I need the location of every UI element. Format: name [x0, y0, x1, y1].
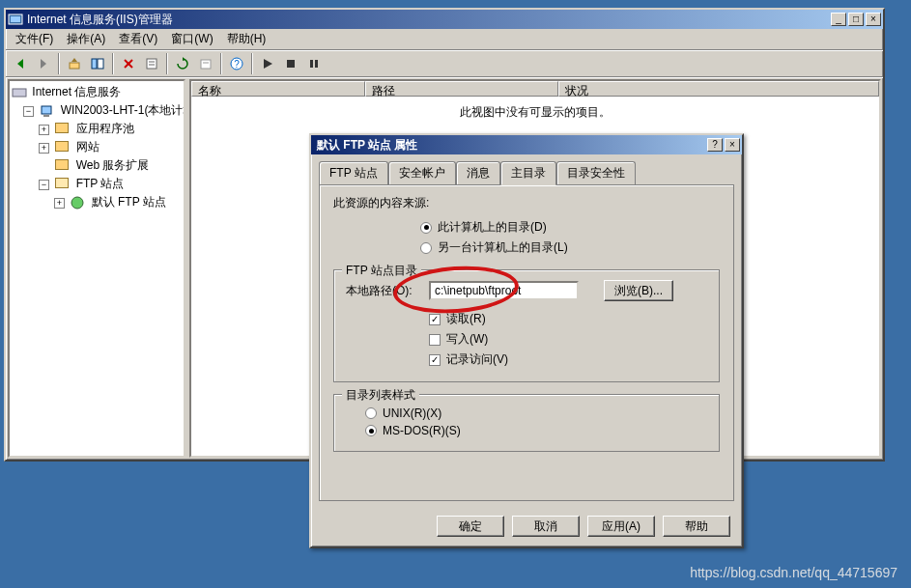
svg-rect-14: [201, 60, 211, 69]
delete-button[interactable]: [118, 53, 139, 74]
computer-icon: [40, 104, 55, 118]
tree-server-label: WIN2003-LHT-1(本地计算机): [61, 103, 185, 117]
folder-icon: [55, 123, 71, 136]
col-name[interactable]: 名称: [191, 81, 365, 97]
help-icon[interactable]: ?: [226, 53, 247, 74]
toolbar: ?: [6, 50, 883, 77]
group-listing-style: 目录列表样式 UNIX(R)(X) MS-DOS(R)(S): [333, 394, 720, 452]
group-legend: FTP 站点目录: [342, 263, 421, 279]
col-path[interactable]: 路径: [365, 81, 558, 97]
expand-icon[interactable]: −: [39, 180, 49, 190]
check-log-label: 记录访问(V): [446, 351, 508, 368]
pause-button[interactable]: [303, 53, 325, 74]
tree-root-label: Internet 信息服务: [32, 85, 121, 98]
check-write-label: 写入(W): [446, 331, 488, 348]
radio-remote-dir[interactable]: 另一台计算机上的目录(L): [420, 238, 720, 258]
group-ftp-directory: FTP 站点目录 本地路径(O): c:\inetpub\ftproot 浏览(…: [333, 269, 720, 382]
svg-point-25: [71, 197, 83, 209]
menu-view[interactable]: 查看(V): [113, 29, 163, 49]
local-path-label: 本地路径(O):: [346, 283, 423, 299]
expand-icon[interactable]: −: [23, 106, 34, 117]
expand-icon[interactable]: +: [39, 125, 49, 135]
empty-message: 此视图中没有可显示的项目。: [460, 105, 611, 119]
forward-button[interactable]: [33, 53, 54, 74]
expand-icon[interactable]: +: [39, 143, 49, 154]
check-read-label: 读取(R): [446, 311, 486, 327]
back-button[interactable]: [10, 53, 31, 74]
col-status[interactable]: 状况: [558, 81, 879, 97]
expand-icon[interactable]: +: [54, 198, 65, 209]
close-button[interactable]: ×: [866, 13, 881, 26]
show-panel-button[interactable]: [87, 53, 108, 74]
export-button[interactable]: [195, 53, 216, 74]
svg-rect-10: [147, 59, 157, 69]
svg-marker-3: [41, 59, 46, 69]
help-button[interactable]: 帮助: [663, 516, 730, 537]
radio-local-dir[interactable]: 此计算机上的目录(D): [420, 217, 720, 238]
checkbox-icon: ✓: [429, 354, 441, 366]
svg-marker-5: [71, 58, 77, 62]
minimize-button[interactable]: _: [831, 13, 846, 26]
menu-help[interactable]: 帮助(H): [221, 29, 272, 49]
check-write[interactable]: 写入(W): [429, 329, 707, 350]
tree-default-ftp[interactable]: + 默认 FTP 站点: [12, 193, 182, 211]
list-header: 名称 路径 状况: [189, 79, 881, 97]
tree-app-pools[interactable]: + 应用程序池: [12, 120, 182, 138]
tab-security-accounts[interactable]: 安全帐户: [388, 161, 456, 185]
tree-sites[interactable]: + 网站: [12, 138, 182, 156]
tree-web-ext-label: Web 服务扩展: [76, 158, 150, 172]
tree-server[interactable]: − WIN2003-LHT-1(本地计算机): [12, 101, 182, 120]
svg-rect-4: [70, 63, 79, 69]
radio-icon: [365, 425, 377, 436]
radio-msdos[interactable]: MS-DOS(R)(S): [365, 422, 707, 439]
tree-web-ext[interactable]: Web 服务扩展: [12, 156, 182, 175]
cancel-button[interactable]: 取消: [512, 516, 580, 537]
svg-marker-2: [17, 59, 23, 69]
svg-rect-22: [13, 89, 26, 97]
tab-ftp-site[interactable]: FTP 站点: [319, 161, 388, 185]
svg-text:?: ?: [234, 59, 240, 70]
folder-icon: [55, 141, 71, 154]
tab-body: 此资源的内容来源: 此计算机上的目录(D) 另一台计算机上的目录(L) FTP …: [319, 184, 734, 501]
dialog-footer: 确定 取消 应用(A) 帮助: [437, 516, 730, 537]
check-read[interactable]: ✓ 读取(R): [429, 309, 707, 329]
tree-sites-label: 网站: [76, 140, 100, 154]
tree-ftp-sites[interactable]: − FTP 站点: [12, 175, 182, 193]
tree-default-ftp-label: 默认 FTP 站点: [92, 195, 166, 209]
menu-window[interactable]: 窗口(W): [165, 29, 218, 49]
stop-button[interactable]: [280, 53, 301, 74]
tree-panel[interactable]: Internet 信息服务 − WIN2003-LHT-1(本地计算机) + 应…: [8, 79, 185, 458]
apply-button[interactable]: 应用(A): [587, 516, 655, 537]
tab-dir-security[interactable]: 目录安全性: [556, 161, 636, 185]
radio-unix[interactable]: UNIX(R)(X): [365, 405, 707, 422]
main-titlebar[interactable]: Internet 信息服务(IIS)管理器 _ □ ×: [6, 10, 883, 29]
svg-rect-7: [98, 59, 103, 69]
tree-root[interactable]: Internet 信息服务: [12, 83, 182, 101]
menu-action[interactable]: 操作(A): [61, 29, 111, 49]
maximize-button[interactable]: □: [848, 13, 864, 26]
radio-remote-label: 另一台计算机上的目录(L): [438, 239, 568, 256]
properties-button[interactable]: [141, 53, 162, 74]
radio-msdos-label: MS-DOS(R)(S): [383, 424, 461, 437]
radio-icon: [420, 242, 432, 254]
menu-file[interactable]: 文件(F): [10, 29, 59, 49]
refresh-button[interactable]: [172, 53, 193, 74]
tab-messages[interactable]: 消息: [456, 161, 500, 185]
svg-rect-20: [310, 60, 313, 68]
check-log[interactable]: ✓ 记录访问(V): [429, 350, 707, 370]
help-button[interactable]: ?: [707, 138, 723, 152]
play-button[interactable]: [257, 53, 278, 74]
dialog-close-button[interactable]: ×: [725, 138, 740, 152]
folder-icon: [55, 159, 71, 173]
watermark: https://blog.csdn.net/qq_44715697: [690, 565, 897, 580]
window-title: Internet 信息服务(IIS)管理器: [27, 12, 831, 28]
dialog-titlebar[interactable]: 默认 FTP 站点 属性 ? ×: [311, 135, 742, 154]
tab-home-directory[interactable]: 主目录: [500, 161, 556, 185]
ok-button[interactable]: 确定: [437, 516, 504, 537]
svg-rect-23: [42, 106, 51, 114]
up-button[interactable]: [64, 53, 85, 74]
local-path-input[interactable]: c:\inetpub\ftproot: [429, 281, 579, 300]
radio-icon: [420, 222, 432, 234]
browse-button[interactable]: 浏览(B)...: [604, 280, 673, 301]
svg-rect-21: [315, 60, 318, 68]
